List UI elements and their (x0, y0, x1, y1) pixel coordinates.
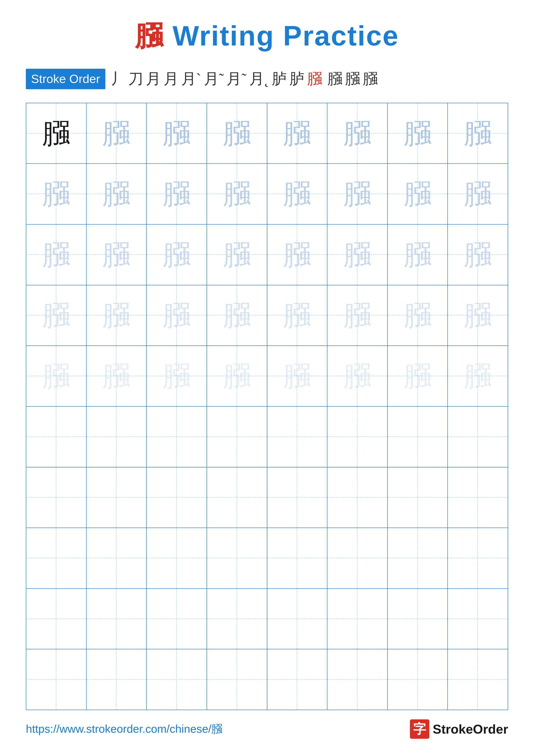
grid-cell-1-6[interactable]: 膙 (327, 103, 388, 164)
grid-cell-4-1[interactable]: 膙 (26, 285, 87, 346)
grid-cell-7-7[interactable] (388, 468, 448, 528)
grid-cell-1-4[interactable]: 膙 (207, 103, 267, 164)
char-fade: 膙 (343, 301, 371, 329)
grid-cell-5-2[interactable]: 膙 (87, 346, 147, 406)
grid-cell-3-1[interactable]: 膙 (26, 225, 87, 285)
grid-cell-6-7[interactable] (388, 407, 448, 467)
grid-cell-4-8[interactable]: 膙 (448, 285, 508, 346)
grid-cell-3-5[interactable]: 膙 (267, 225, 328, 285)
grid-cell-10-4[interactable] (207, 649, 267, 710)
grid-cell-5-6[interactable]: 膙 (327, 346, 388, 406)
grid-cell-8-1[interactable] (26, 528, 87, 588)
grid-cell-7-2[interactable] (87, 468, 147, 528)
grid-cell-8-2[interactable] (87, 528, 147, 588)
grid-cell-6-3[interactable] (147, 407, 207, 467)
stroke-order-section: Stroke Order 丿 刀 月 月 月` 月˜ 月˜ 月˛ 胪 胪 膙 膙… (26, 68, 508, 90)
grid-cell-2-5[interactable]: 膙 (267, 164, 328, 224)
char-fade: 膙 (283, 180, 311, 208)
char-fade: 膙 (283, 241, 311, 269)
grid-cell-1-5[interactable]: 膙 (267, 103, 328, 164)
grid-cell-10-2[interactable] (87, 649, 147, 710)
grid-cell-10-8[interactable] (448, 649, 508, 710)
grid-cell-8-6[interactable] (327, 528, 388, 588)
grid-cell-9-4[interactable] (207, 589, 267, 649)
grid-cell-4-2[interactable]: 膙 (87, 285, 147, 346)
logo-icon: 字 (410, 719, 429, 739)
grid-cell-5-7[interactable]: 膙 (388, 346, 448, 406)
grid-cell-1-2[interactable]: 膙 (87, 103, 147, 164)
grid-cell-2-6[interactable]: 膙 (327, 164, 388, 224)
grid-cell-4-7[interactable]: 膙 (388, 285, 448, 346)
grid-cell-6-2[interactable] (87, 407, 147, 467)
grid-cell-9-6[interactable] (327, 589, 388, 649)
grid-cell-8-8[interactable] (448, 528, 508, 588)
grid-cell-2-3[interactable]: 膙 (147, 164, 207, 224)
grid-cell-9-5[interactable] (267, 589, 328, 649)
grid-cell-9-8[interactable] (448, 589, 508, 649)
grid-cell-3-2[interactable]: 膙 (87, 225, 147, 285)
stroke-8: 月˛ (249, 68, 269, 90)
grid-cell-1-7[interactable]: 膙 (388, 103, 448, 164)
char-fade: 膙 (404, 301, 432, 329)
grid-cell-10-1[interactable] (26, 649, 87, 710)
grid-cell-6-4[interactable] (207, 407, 267, 467)
grid-cell-2-7[interactable]: 膙 (388, 164, 448, 224)
grid-cell-8-5[interactable] (267, 528, 328, 588)
grid-cell-6-6[interactable] (327, 407, 388, 467)
char-fade: 膙 (42, 362, 70, 390)
grid-cell-2-8[interactable]: 膙 (448, 164, 508, 224)
grid-cell-9-2[interactable] (87, 589, 147, 649)
grid-cell-10-7[interactable] (388, 649, 448, 710)
grid-cell-3-6[interactable]: 膙 (327, 225, 388, 285)
grid-cell-10-6[interactable] (327, 649, 388, 710)
grid-cell-1-3[interactable]: 膙 (147, 103, 207, 164)
footer-logo: 字 StrokeOrder (410, 719, 508, 739)
grid-cell-10-5[interactable] (267, 649, 328, 710)
stroke-2: 刀 (128, 68, 143, 90)
grid-cell-3-8[interactable]: 膙 (448, 225, 508, 285)
grid-cell-8-4[interactable] (207, 528, 267, 588)
grid-cell-9-1[interactable] (26, 589, 87, 649)
grid-cell-7-4[interactable] (207, 468, 267, 528)
grid-cell-4-4[interactable]: 膙 (207, 285, 267, 346)
grid-cell-9-7[interactable] (388, 589, 448, 649)
grid-cell-2-2[interactable]: 膙 (87, 164, 147, 224)
grid-cell-7-8[interactable] (448, 468, 508, 528)
grid-cell-4-5[interactable]: 膙 (267, 285, 328, 346)
grid-cell-3-3[interactable]: 膙 (147, 225, 207, 285)
grid-cell-8-7[interactable] (388, 528, 448, 588)
char-fade: 膙 (102, 241, 130, 269)
grid-cell-8-3[interactable] (147, 528, 207, 588)
grid-cell-5-8[interactable]: 膙 (448, 346, 508, 406)
char-fade: 膙 (404, 180, 432, 208)
char-fade: 膙 (163, 362, 191, 390)
grid-cell-5-5[interactable]: 膙 (267, 346, 328, 406)
footer-url[interactable]: https://www.strokeorder.com/chinese/膙 (26, 721, 222, 737)
char-fade: 膙 (343, 180, 371, 208)
page-title: 膙 Writing Practice (26, 17, 508, 55)
grid-cell-3-4[interactable]: 膙 (207, 225, 267, 285)
grid-cell-7-5[interactable] (267, 468, 328, 528)
grid-cell-9-3[interactable] (147, 589, 207, 649)
grid-cell-6-1[interactable] (26, 407, 87, 467)
grid-cell-7-6[interactable] (327, 468, 388, 528)
grid-cell-5-1[interactable]: 膙 (26, 346, 87, 406)
grid-cell-1-8[interactable]: 膙 (448, 103, 508, 164)
grid-cell-2-4[interactable]: 膙 (207, 164, 267, 224)
grid-cell-6-5[interactable] (267, 407, 328, 467)
grid-cell-7-1[interactable] (26, 468, 87, 528)
stroke-3: 月 (146, 68, 161, 90)
grid-cell-7-3[interactable] (147, 468, 207, 528)
grid-cell-4-3[interactable]: 膙 (147, 285, 207, 346)
grid-cell-5-3[interactable]: 膙 (147, 346, 207, 406)
grid-cell-5-4[interactable]: 膙 (207, 346, 267, 406)
grid-row-9 (26, 589, 508, 650)
grid-cell-2-1[interactable]: 膙 (26, 164, 87, 224)
grid-cell-1-1[interactable]: 膙 (26, 103, 87, 164)
grid-cell-10-3[interactable] (147, 649, 207, 710)
grid-cell-6-8[interactable] (448, 407, 508, 467)
char-fade: 膙 (223, 362, 251, 390)
char-reference: 膙 (42, 120, 70, 148)
grid-cell-4-6[interactable]: 膙 (327, 285, 388, 346)
grid-cell-3-7[interactable]: 膙 (388, 225, 448, 285)
